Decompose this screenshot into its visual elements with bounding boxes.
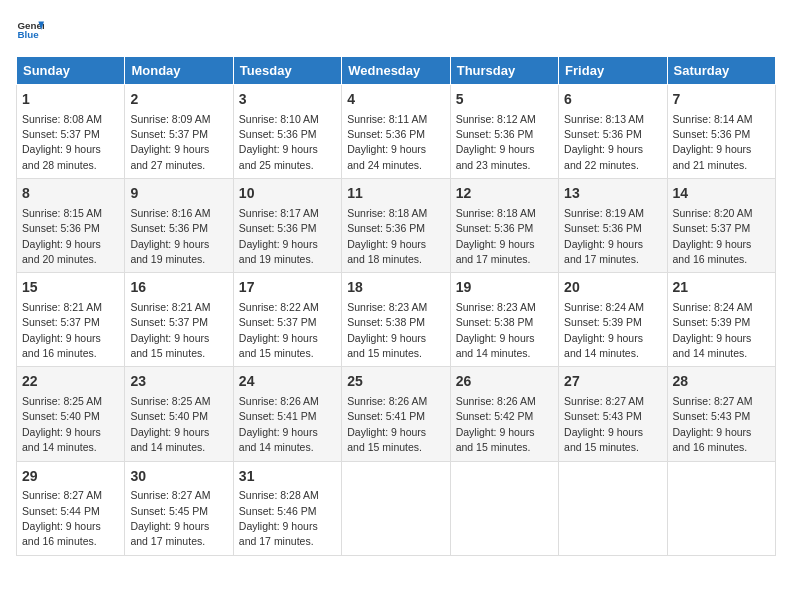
calendar-day-cell: 19Sunrise: 8:23 AMSunset: 5:38 PMDayligh… bbox=[450, 273, 558, 367]
day-info: Sunrise: 8:24 AMSunset: 5:39 PMDaylight:… bbox=[673, 301, 753, 359]
calendar-day-cell: 17Sunrise: 8:22 AMSunset: 5:37 PMDayligh… bbox=[233, 273, 341, 367]
calendar-day-cell: 27Sunrise: 8:27 AMSunset: 5:43 PMDayligh… bbox=[559, 367, 667, 461]
calendar-day-cell: 1Sunrise: 8:08 AMSunset: 5:37 PMDaylight… bbox=[17, 85, 125, 179]
day-number: 27 bbox=[564, 372, 661, 392]
day-number: 7 bbox=[673, 90, 770, 110]
day-number: 9 bbox=[130, 184, 227, 204]
calendar-header-cell: Thursday bbox=[450, 57, 558, 85]
calendar-day-cell: 3Sunrise: 8:10 AMSunset: 5:36 PMDaylight… bbox=[233, 85, 341, 179]
day-number: 12 bbox=[456, 184, 553, 204]
calendar-day-cell: 10Sunrise: 8:17 AMSunset: 5:36 PMDayligh… bbox=[233, 179, 341, 273]
calendar-day-cell bbox=[667, 461, 775, 555]
calendar-day-cell: 25Sunrise: 8:26 AMSunset: 5:41 PMDayligh… bbox=[342, 367, 450, 461]
calendar-header-cell: Tuesday bbox=[233, 57, 341, 85]
calendar-day-cell: 9Sunrise: 8:16 AMSunset: 5:36 PMDaylight… bbox=[125, 179, 233, 273]
calendar-day-cell: 11Sunrise: 8:18 AMSunset: 5:36 PMDayligh… bbox=[342, 179, 450, 273]
calendar-day-cell: 26Sunrise: 8:26 AMSunset: 5:42 PMDayligh… bbox=[450, 367, 558, 461]
day-number: 4 bbox=[347, 90, 444, 110]
day-number: 26 bbox=[456, 372, 553, 392]
calendar-day-cell: 20Sunrise: 8:24 AMSunset: 5:39 PMDayligh… bbox=[559, 273, 667, 367]
day-info: Sunrise: 8:14 AMSunset: 5:36 PMDaylight:… bbox=[673, 113, 753, 171]
calendar-header-cell: Saturday bbox=[667, 57, 775, 85]
calendar-day-cell: 6Sunrise: 8:13 AMSunset: 5:36 PMDaylight… bbox=[559, 85, 667, 179]
calendar-day-cell: 2Sunrise: 8:09 AMSunset: 5:37 PMDaylight… bbox=[125, 85, 233, 179]
day-info: Sunrise: 8:16 AMSunset: 5:36 PMDaylight:… bbox=[130, 207, 210, 265]
day-info: Sunrise: 8:15 AMSunset: 5:36 PMDaylight:… bbox=[22, 207, 102, 265]
calendar-header-cell: Monday bbox=[125, 57, 233, 85]
calendar-body: 1Sunrise: 8:08 AMSunset: 5:37 PMDaylight… bbox=[17, 85, 776, 556]
day-number: 17 bbox=[239, 278, 336, 298]
logo-icon: General Blue bbox=[16, 16, 44, 44]
day-number: 18 bbox=[347, 278, 444, 298]
day-info: Sunrise: 8:18 AMSunset: 5:36 PMDaylight:… bbox=[347, 207, 427, 265]
day-number: 30 bbox=[130, 467, 227, 487]
logo: General Blue bbox=[16, 16, 48, 44]
day-info: Sunrise: 8:26 AMSunset: 5:42 PMDaylight:… bbox=[456, 395, 536, 453]
calendar-day-cell: 4Sunrise: 8:11 AMSunset: 5:36 PMDaylight… bbox=[342, 85, 450, 179]
calendar-header-row: SundayMondayTuesdayWednesdayThursdayFrid… bbox=[17, 57, 776, 85]
day-info: Sunrise: 8:25 AMSunset: 5:40 PMDaylight:… bbox=[22, 395, 102, 453]
day-number: 29 bbox=[22, 467, 119, 487]
calendar-day-cell: 16Sunrise: 8:21 AMSunset: 5:37 PMDayligh… bbox=[125, 273, 233, 367]
day-info: Sunrise: 8:24 AMSunset: 5:39 PMDaylight:… bbox=[564, 301, 644, 359]
day-info: Sunrise: 8:08 AMSunset: 5:37 PMDaylight:… bbox=[22, 113, 102, 171]
calendar-day-cell bbox=[559, 461, 667, 555]
day-info: Sunrise: 8:17 AMSunset: 5:36 PMDaylight:… bbox=[239, 207, 319, 265]
day-info: Sunrise: 8:20 AMSunset: 5:37 PMDaylight:… bbox=[673, 207, 753, 265]
day-info: Sunrise: 8:18 AMSunset: 5:36 PMDaylight:… bbox=[456, 207, 536, 265]
calendar-week-row: 1Sunrise: 8:08 AMSunset: 5:37 PMDaylight… bbox=[17, 85, 776, 179]
day-info: Sunrise: 8:22 AMSunset: 5:37 PMDaylight:… bbox=[239, 301, 319, 359]
day-info: Sunrise: 8:11 AMSunset: 5:36 PMDaylight:… bbox=[347, 113, 427, 171]
calendar-day-cell bbox=[450, 461, 558, 555]
day-number: 19 bbox=[456, 278, 553, 298]
day-number: 31 bbox=[239, 467, 336, 487]
day-info: Sunrise: 8:21 AMSunset: 5:37 PMDaylight:… bbox=[130, 301, 210, 359]
day-info: Sunrise: 8:23 AMSunset: 5:38 PMDaylight:… bbox=[347, 301, 427, 359]
calendar-day-cell: 30Sunrise: 8:27 AMSunset: 5:45 PMDayligh… bbox=[125, 461, 233, 555]
day-number: 15 bbox=[22, 278, 119, 298]
calendar-header-cell: Wednesday bbox=[342, 57, 450, 85]
day-info: Sunrise: 8:28 AMSunset: 5:46 PMDaylight:… bbox=[239, 489, 319, 547]
calendar-week-row: 22Sunrise: 8:25 AMSunset: 5:40 PMDayligh… bbox=[17, 367, 776, 461]
day-number: 28 bbox=[673, 372, 770, 392]
day-number: 11 bbox=[347, 184, 444, 204]
day-number: 10 bbox=[239, 184, 336, 204]
day-number: 16 bbox=[130, 278, 227, 298]
day-number: 8 bbox=[22, 184, 119, 204]
day-info: Sunrise: 8:25 AMSunset: 5:40 PMDaylight:… bbox=[130, 395, 210, 453]
day-info: Sunrise: 8:27 AMSunset: 5:43 PMDaylight:… bbox=[564, 395, 644, 453]
calendar-day-cell: 13Sunrise: 8:19 AMSunset: 5:36 PMDayligh… bbox=[559, 179, 667, 273]
calendar-week-row: 29Sunrise: 8:27 AMSunset: 5:44 PMDayligh… bbox=[17, 461, 776, 555]
day-info: Sunrise: 8:23 AMSunset: 5:38 PMDaylight:… bbox=[456, 301, 536, 359]
day-info: Sunrise: 8:27 AMSunset: 5:45 PMDaylight:… bbox=[130, 489, 210, 547]
calendar-day-cell: 31Sunrise: 8:28 AMSunset: 5:46 PMDayligh… bbox=[233, 461, 341, 555]
day-number: 2 bbox=[130, 90, 227, 110]
calendar-day-cell: 28Sunrise: 8:27 AMSunset: 5:43 PMDayligh… bbox=[667, 367, 775, 461]
day-number: 24 bbox=[239, 372, 336, 392]
calendar-day-cell bbox=[342, 461, 450, 555]
day-info: Sunrise: 8:13 AMSunset: 5:36 PMDaylight:… bbox=[564, 113, 644, 171]
calendar-day-cell: 5Sunrise: 8:12 AMSunset: 5:36 PMDaylight… bbox=[450, 85, 558, 179]
day-number: 20 bbox=[564, 278, 661, 298]
calendar-day-cell: 18Sunrise: 8:23 AMSunset: 5:38 PMDayligh… bbox=[342, 273, 450, 367]
calendar-day-cell: 24Sunrise: 8:26 AMSunset: 5:41 PMDayligh… bbox=[233, 367, 341, 461]
page-header: General Blue bbox=[16, 16, 776, 44]
day-info: Sunrise: 8:26 AMSunset: 5:41 PMDaylight:… bbox=[239, 395, 319, 453]
day-info: Sunrise: 8:27 AMSunset: 5:44 PMDaylight:… bbox=[22, 489, 102, 547]
day-number: 6 bbox=[564, 90, 661, 110]
calendar-day-cell: 21Sunrise: 8:24 AMSunset: 5:39 PMDayligh… bbox=[667, 273, 775, 367]
day-number: 22 bbox=[22, 372, 119, 392]
calendar-day-cell: 8Sunrise: 8:15 AMSunset: 5:36 PMDaylight… bbox=[17, 179, 125, 273]
calendar-header-cell: Friday bbox=[559, 57, 667, 85]
day-info: Sunrise: 8:12 AMSunset: 5:36 PMDaylight:… bbox=[456, 113, 536, 171]
day-info: Sunrise: 8:19 AMSunset: 5:36 PMDaylight:… bbox=[564, 207, 644, 265]
day-info: Sunrise: 8:26 AMSunset: 5:41 PMDaylight:… bbox=[347, 395, 427, 453]
calendar-day-cell: 12Sunrise: 8:18 AMSunset: 5:36 PMDayligh… bbox=[450, 179, 558, 273]
calendar-header-cell: Sunday bbox=[17, 57, 125, 85]
calendar-day-cell: 14Sunrise: 8:20 AMSunset: 5:37 PMDayligh… bbox=[667, 179, 775, 273]
calendar-table: SundayMondayTuesdayWednesdayThursdayFrid… bbox=[16, 56, 776, 556]
calendar-day-cell: 7Sunrise: 8:14 AMSunset: 5:36 PMDaylight… bbox=[667, 85, 775, 179]
calendar-day-cell: 29Sunrise: 8:27 AMSunset: 5:44 PMDayligh… bbox=[17, 461, 125, 555]
day-number: 14 bbox=[673, 184, 770, 204]
calendar-week-row: 15Sunrise: 8:21 AMSunset: 5:37 PMDayligh… bbox=[17, 273, 776, 367]
